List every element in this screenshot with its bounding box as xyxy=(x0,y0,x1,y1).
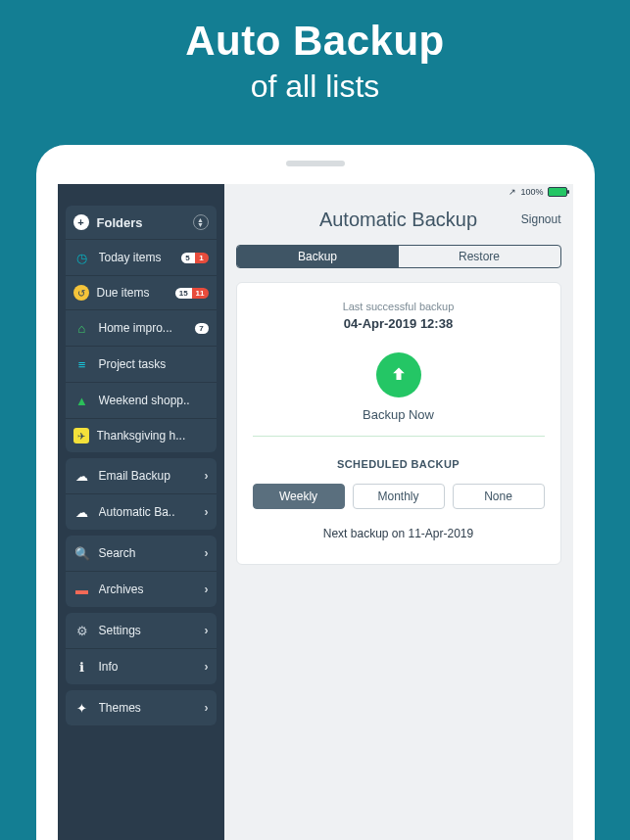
sidebar-item-label: Info xyxy=(99,660,197,674)
next-backup-text: Next backup on 11-Apr-2019 xyxy=(253,527,545,540)
promo-line1: Auto Backup xyxy=(0,18,630,65)
sidebar-item-email-backup[interactable]: ☁ Email Backup › xyxy=(66,458,217,493)
upload-arrow-icon xyxy=(389,365,409,385)
sidebar-item-label: Home impro... xyxy=(99,321,187,335)
sidebar-item-settings[interactable]: ⚙ Settings › xyxy=(66,613,217,648)
sidebar-item-label: Today items xyxy=(99,251,173,264)
divider xyxy=(253,436,545,437)
list-icon: ≡ xyxy=(73,355,91,373)
topbar: Automatic Backup Signout xyxy=(224,198,573,241)
promo-title: Auto Backup of all lists xyxy=(0,18,630,105)
sidebar-settings-block: ⚙ Settings › ℹ Info › xyxy=(66,613,217,684)
last-backup-value: 04-Apr-2019 12:38 xyxy=(253,316,545,331)
sidebar-item-label: Thanksgiving h... xyxy=(97,429,209,443)
theme-icon: ✦ xyxy=(73,699,91,717)
gear-icon: ⚙ xyxy=(73,622,91,639)
badge-group: 5 1 xyxy=(181,253,209,263)
count-badge: 15 xyxy=(175,288,192,299)
sidebar-item-project[interactable]: ≡ Project tasks xyxy=(66,346,217,382)
sidebar-tools-block: 🔍 Search › ▬ Archives › xyxy=(66,536,217,607)
sidebar-item-auto-backup[interactable]: ☁ Automatic Ba.. › xyxy=(66,493,217,530)
schedule-monthly[interactable]: Monthly xyxy=(353,484,445,509)
last-backup-label: Last successful backup xyxy=(253,301,545,312)
sidebar-themes-block: ✦ Themes › xyxy=(66,690,217,725)
sidebar-item-thanksgiving[interactable]: ✈ Thanksgiving h... xyxy=(66,418,217,452)
signout-link[interactable]: Signout xyxy=(521,212,561,226)
sidebar-item-label: Settings xyxy=(99,624,197,637)
backup-now-button[interactable] xyxy=(376,352,421,397)
sidebar-item-today[interactable]: ◷ Today items 5 1 xyxy=(66,239,217,275)
battery-icon xyxy=(548,187,567,197)
info-icon: ℹ xyxy=(73,658,91,676)
backup-restore-tabs: Backup Restore xyxy=(236,245,561,268)
count-badge: 7 xyxy=(195,323,209,334)
folders-header[interactable]: + Folders ▲▼ xyxy=(66,206,217,239)
badge-group: 15 11 xyxy=(175,288,209,299)
sidebar-item-label: Search xyxy=(99,546,197,560)
signal-percent: 100% xyxy=(520,187,543,197)
promo-line2: of all lists xyxy=(0,69,630,105)
clock-icon: ◷ xyxy=(73,249,91,266)
sidebar-item-label: Themes xyxy=(99,701,197,715)
count-badge: 5 xyxy=(181,253,195,263)
sidebar-item-label: Archives xyxy=(99,583,197,596)
tab-backup[interactable]: Backup xyxy=(237,246,399,267)
history-icon: ↺ xyxy=(73,285,89,301)
chevron-right-icon: › xyxy=(205,624,209,637)
chevron-right-icon: › xyxy=(205,505,209,519)
schedule-none[interactable]: None xyxy=(453,484,545,509)
alert-badge: 11 xyxy=(192,288,209,299)
sidebar-item-label: Weekend shopp.. xyxy=(99,394,209,407)
chevron-right-icon: › xyxy=(205,546,209,560)
sidebar-item-label: Project tasks xyxy=(99,357,209,371)
sidebar-backup-block: ☁ Email Backup › ☁ Automatic Ba.. › xyxy=(66,458,217,530)
home-icon: ⌂ xyxy=(73,319,91,337)
sidebar-item-info[interactable]: ℹ Info › xyxy=(66,648,217,684)
home-indicator xyxy=(286,161,345,166)
status-bar: ↗ 100% xyxy=(503,184,572,200)
schedule-options: Weekly Monthly None xyxy=(253,484,545,509)
main-pane: Automatic Backup Signout Backup Restore … xyxy=(224,184,573,840)
sidebar-item-weekend[interactable]: ▲ Weekend shopp.. xyxy=(66,382,217,418)
add-folder-icon[interactable]: + xyxy=(73,214,89,230)
cloud-icon: ☁ xyxy=(73,503,91,521)
archive-icon: ▬ xyxy=(73,581,91,598)
sidebar-item-home[interactable]: ⌂ Home impro... 7 xyxy=(66,309,217,346)
scheduled-backup-title: SCHEDULED BACKUP xyxy=(253,458,545,470)
sidebar: + Folders ▲▼ ◷ Today items 5 1 ↺ Due ite… xyxy=(58,184,224,840)
device-frame: ↗ 100% + Folders ▲▼ ◷ Today items 5 1 xyxy=(36,145,595,840)
location-arrow-icon: ↗ xyxy=(509,187,516,197)
sort-icon[interactable]: ▲▼ xyxy=(193,214,209,230)
search-icon: 🔍 xyxy=(73,544,91,562)
alert-badge: 1 xyxy=(195,253,209,263)
sidebar-item-themes[interactable]: ✦ Themes › xyxy=(66,690,217,725)
sidebar-item-archives[interactable]: ▬ Archives › xyxy=(66,571,217,607)
sidebar-item-due[interactable]: ↺ Due items 15 11 xyxy=(66,275,217,309)
bag-icon: ▲ xyxy=(73,392,91,409)
tab-restore[interactable]: Restore xyxy=(399,246,560,267)
backup-card: Last successful backup 04-Apr-2019 12:38… xyxy=(236,282,561,565)
sidebar-item-search[interactable]: 🔍 Search › xyxy=(66,536,217,571)
sidebar-item-label: Automatic Ba.. xyxy=(99,505,197,519)
sidebar-folders-block: + Folders ▲▼ ◷ Today items 5 1 ↺ Due ite… xyxy=(66,206,217,452)
backup-now-label: Backup Now xyxy=(253,407,545,422)
sidebar-item-label: Due items xyxy=(97,286,168,300)
chevron-right-icon: › xyxy=(205,660,209,674)
schedule-weekly[interactable]: Weekly xyxy=(253,484,345,509)
page-title: Automatic Backup xyxy=(319,209,477,231)
cloud-icon: ☁ xyxy=(73,467,91,485)
chevron-right-icon: › xyxy=(205,469,209,483)
sidebar-item-label: Email Backup xyxy=(99,469,197,483)
app-screen: ↗ 100% + Folders ▲▼ ◷ Today items 5 1 xyxy=(58,184,573,840)
chevron-right-icon: › xyxy=(205,583,209,596)
chevron-right-icon: › xyxy=(205,701,209,715)
plane-icon: ✈ xyxy=(73,428,89,443)
folders-header-label: Folders xyxy=(97,215,185,230)
